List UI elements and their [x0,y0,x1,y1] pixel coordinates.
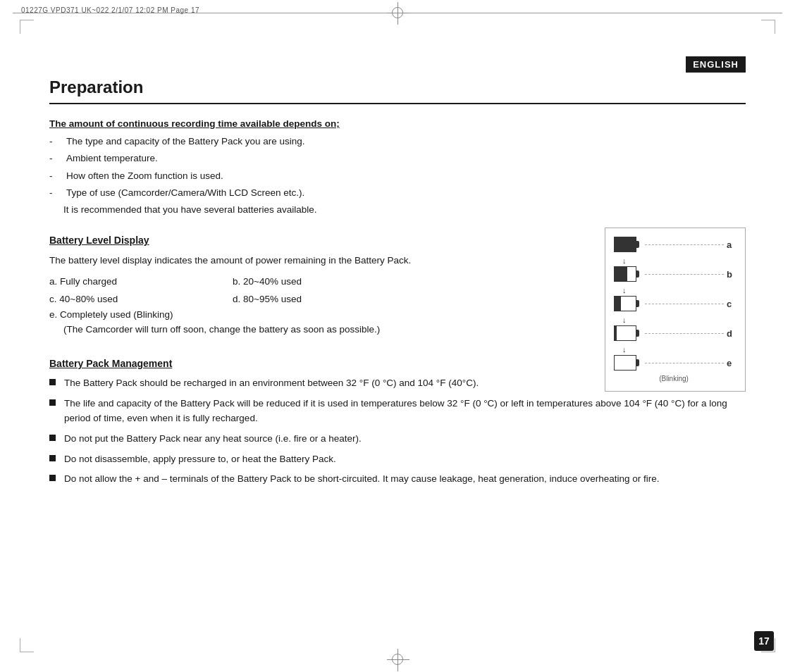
battery-icon-c [614,296,636,311]
diagram-row-c: c [614,296,734,311]
management-bullet-5: Do not allow the + and – terminals of th… [49,472,746,487]
management-bullets-list: The Battery Pack should be recharged in … [49,376,746,487]
dash-1: - [49,135,63,149]
square-bullet-1 [49,379,56,385]
letter-a: a [727,239,734,250]
level-c: c. 40~80% used [49,292,233,307]
battery-fill-b [615,267,627,281]
blinking-diagram-caption: (Blinking) [614,375,734,382]
reg-circle-bottom [392,654,403,665]
language-badge: ENGLISH [686,56,746,73]
dash-2: - [49,151,63,166]
level-b: b. 20~40% used [233,274,416,290]
diagram-row-d: d [614,325,734,341]
recording-intro: The amount of continuous recording time … [49,118,746,129]
recording-text-2: Ambient temperature. [66,151,158,166]
recording-text-3: How often the Zoom function is used. [66,169,223,183]
diagram-row-e: e [614,355,734,371]
management-bullet-4: Do not disassemble, apply pressure to, o… [49,452,746,467]
square-bullet-2 [49,399,56,406]
management-text-2: The life and capacity of the Battery Pac… [64,397,746,426]
title-divider [49,103,746,104]
recording-text-1: The type and capacity of the Battery Pac… [66,135,304,149]
recording-item-1: - The type and capacity of the Battery P… [49,135,746,149]
reg-mark-top [392,7,403,18]
label-line-d [645,333,724,334]
square-bullet-3 [49,435,56,441]
letter-e: e [727,358,734,368]
battery-level-section: Battery Level Display The battery level … [49,235,746,337]
label-line-e [645,363,724,363]
square-bullet-4 [49,455,56,461]
corner-mark-tr [761,20,775,34]
label-line-b [645,274,724,275]
square-bullet-5 [49,475,56,481]
recording-item-3: - How often the Zoom function is used. [49,169,746,183]
page-container: 01227G VPD371 UK~022 2/1/07 12:02 PM Pag… [0,0,795,672]
label-line-c [645,304,724,304]
battery-fill-c [615,297,621,311]
diagram-row-b: b [614,266,734,282]
dash-4: - [49,186,63,200]
recording-section: The amount of continuous recording time … [49,118,746,217]
recording-item-2: - Ambient temperature. [49,151,746,166]
arrow-de: ↓ [622,345,734,354]
dash-3: - [49,169,63,183]
corner-mark-bl [20,638,34,652]
battery-diagram: ↓ a ↓ b ↓ [605,228,746,392]
letter-b: b [727,269,734,280]
battery-icon-b [614,266,636,282]
label-line-a [645,244,724,245]
reg-circle-top [392,7,403,18]
page-title: Preparation [49,77,746,97]
arrow-ab: ↓ [622,256,734,265]
corner-mark-tl [20,20,34,34]
page-number: 17 [754,631,774,651]
battery-fill-d [615,326,617,340]
battery-icon-e [614,355,636,371]
main-content: Preparation The amount of continuous rec… [49,77,746,630]
recording-item-4: - Type of use (Camcorder/Camera/With LCD… [49,186,746,200]
management-text-3: Do not put the Battery Pack near any hea… [64,432,746,447]
management-text-5: Do not allow the + and – terminals of th… [64,472,746,487]
battery-icon-a [614,237,636,252]
diagram-row-a: ↓ a [614,237,734,252]
battery-fill-a [615,237,636,251]
recording-note: It is recommended that you have several … [63,203,746,217]
letter-d: d [727,328,734,339]
recording-text-4: Type of use (Camcorder/Camera/With LCD S… [66,186,304,200]
battery-icon-d [614,325,636,341]
letter-c: c [727,299,734,309]
arrow-bc: ↓ [622,286,734,294]
management-text-4: Do not disassemble, apply pressure to, o… [64,452,746,467]
level-d: d. 80~95% used [233,292,416,307]
reg-mark-bottom [392,654,403,665]
level-a: a. Fully charged [49,274,233,290]
arrow-cd: ↓ [622,316,734,324]
management-bullet-2: The life and capacity of the Battery Pac… [49,397,746,426]
management-bullet-3: Do not put the Battery Pack near any hea… [49,432,746,447]
